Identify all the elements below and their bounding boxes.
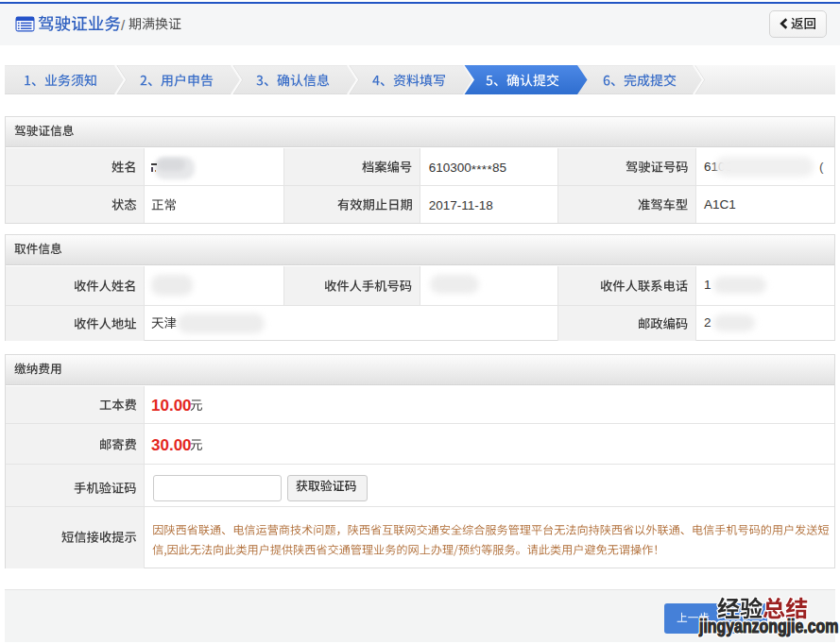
svg-text:jingyanzongjie.com: jingyanzongjie.com xyxy=(698,615,838,636)
